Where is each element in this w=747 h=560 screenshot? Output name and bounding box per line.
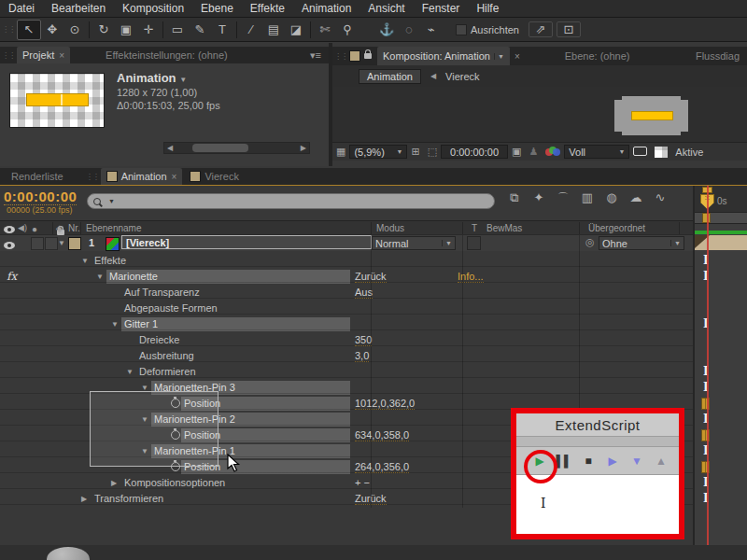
stop-button[interactable]: ■: [580, 455, 597, 468]
bottom-band: [0, 545, 747, 560]
current-time-line: [707, 186, 709, 545]
resume-button[interactable]: ▶: [604, 455, 621, 468]
work-area-bar[interactable]: [695, 213, 747, 224]
pause-button[interactable]: ▌▌: [556, 455, 572, 468]
extendscript-panel[interactable]: ExtendScript ▶▌▌■▶▼▲ I: [511, 408, 684, 539]
mouse-cursor: [227, 454, 241, 473]
after-effects-window: DateiBearbeitenKompositionEbeneEffekteAn…: [0, 0, 747, 560]
tab-flowchart[interactable]: Flussdiag: [688, 50, 747, 62]
highlight-circle: [524, 450, 557, 483]
extendscript-strip: [516, 436, 679, 447]
extendscript-title: ExtendScript: [516, 413, 679, 436]
ruler-label: 0s: [717, 196, 727, 206]
ram-preview-bar: [695, 231, 747, 234]
timeline-graph-column[interactable]: 0s IIIIIIIII: [693, 186, 747, 545]
step-out-button[interactable]: ▲: [653, 455, 669, 468]
layer-duration-bar[interactable]: [695, 235, 747, 250]
step-into-button[interactable]: ▼: [628, 455, 645, 468]
text-cursor: I: [541, 496, 546, 511]
selection-marquee: [90, 391, 218, 467]
